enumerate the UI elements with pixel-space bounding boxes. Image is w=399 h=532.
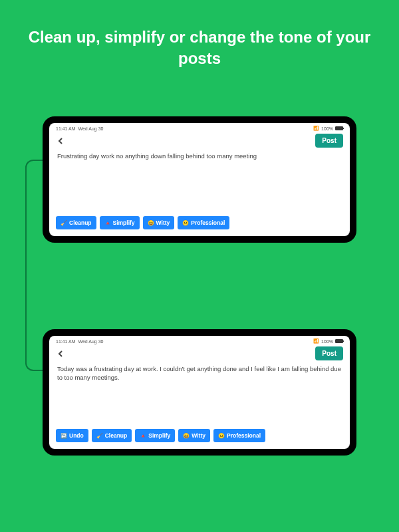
cleanup-button[interactable]: 🧹Cleanup <box>92 429 132 442</box>
professional-button[interactable]: 😐Professional <box>178 216 229 229</box>
action-row-after: ↩️Undo 🧹Cleanup 🔺Simplify 😄Witty 😐Profes… <box>49 410 350 449</box>
cleanup-icon: 🧹 <box>96 433 103 439</box>
battery-percent: 100% <box>321 126 333 131</box>
simplify-button[interactable]: 🔺Simplify <box>135 429 175 442</box>
post-button[interactable]: Post <box>315 346 343 360</box>
statusbar-time: 11:41 AM Wed Aug 30 <box>56 126 103 131</box>
tablet-frame-before: 11:41 AM Wed Aug 30 📶 100% Post Frustrat… <box>43 116 356 243</box>
witty-button[interactable]: 😄Witty <box>143 216 175 229</box>
action-row-before: 🧹Cleanup 🔺Simplify 😄Witty 😐Professional <box>49 198 350 236</box>
wifi-icon: 📶 <box>313 338 319 344</box>
post-text-after[interactable]: Today was a frustrating day at work. I c… <box>49 364 350 385</box>
professional-button[interactable]: 😐Professional <box>213 429 265 442</box>
cleanup-icon: 🧹 <box>61 220 67 226</box>
cleanup-button[interactable]: 🧹Cleanup <box>56 216 96 229</box>
screen-after: 11:41 AM Wed Aug 30 📶 100% Post Today wa… <box>49 336 350 449</box>
simplify-button[interactable]: 🔺Simplify <box>100 216 140 229</box>
statusbar: 11:41 AM Wed Aug 30 📶 100% <box>49 336 350 345</box>
back-icon[interactable] <box>56 349 65 358</box>
witty-icon: 😄 <box>183 433 190 439</box>
simplify-icon: 🔺 <box>140 433 146 439</box>
post-text-before[interactable]: Frustrating day work no anything down fa… <box>49 152 350 163</box>
post-button[interactable]: Post <box>315 134 343 148</box>
back-icon[interactable] <box>56 136 65 146</box>
professional-icon: 😐 <box>182 220 189 226</box>
undo-button[interactable]: ↩️Undo <box>56 429 88 442</box>
wifi-icon: 📶 <box>313 126 319 131</box>
tablet-frame-after: 11:41 AM Wed Aug 30 📶 100% Post Today wa… <box>43 329 356 456</box>
witty-icon: 😄 <box>148 220 154 226</box>
battery-percent: 100% <box>321 339 333 344</box>
witty-button[interactable]: 😄Witty <box>178 429 210 442</box>
screen-before: 11:41 AM Wed Aug 30 📶 100% Post Frustrat… <box>49 123 350 236</box>
statusbar: 11:41 AM Wed Aug 30 📶 100% <box>49 123 350 132</box>
statusbar-time: 11:41 AM Wed Aug 30 <box>56 339 103 344</box>
battery-icon <box>335 126 343 130</box>
professional-icon: 😐 <box>218 433 225 439</box>
battery-icon <box>335 339 343 343</box>
undo-icon: ↩️ <box>61 433 67 439</box>
simplify-icon: 🔺 <box>104 220 111 226</box>
headline: Clean up, simplify or change the tone of… <box>0 0 399 70</box>
